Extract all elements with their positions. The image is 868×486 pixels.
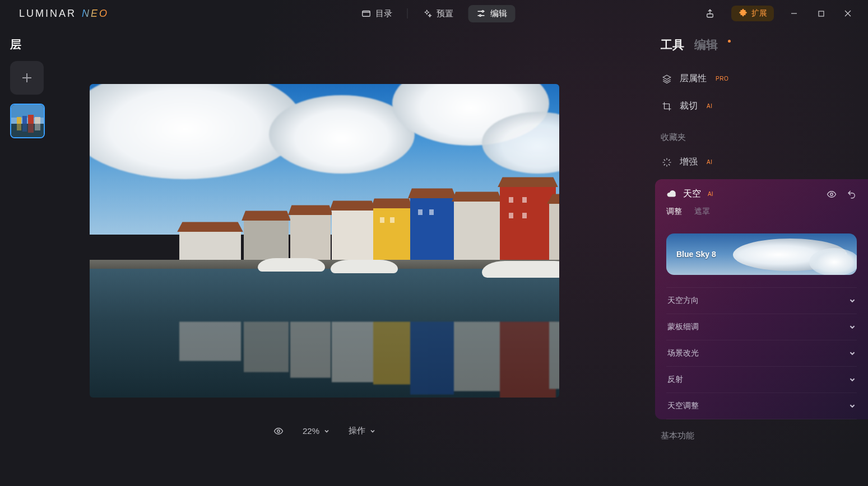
sky-acc-mask-label: 蒙板细调 <box>667 322 699 332</box>
maximize-icon <box>818 11 824 17</box>
eye-icon <box>273 426 284 436</box>
close-icon <box>844 10 851 17</box>
tool-sky-label: 天空 <box>683 188 701 200</box>
svg-rect-3 <box>707 14 713 17</box>
tool-layer-properties[interactable]: 层属性 PRO <box>661 65 857 92</box>
minimize-icon <box>791 10 797 17</box>
thumbnail-image <box>11 105 45 138</box>
sparkle-icon <box>662 157 672 167</box>
eye-icon[interactable] <box>827 189 837 199</box>
puzzle-icon <box>738 8 748 18</box>
svg-rect-13 <box>22 124 27 132</box>
chevron-down-icon <box>849 324 856 330</box>
tab-catalog[interactable]: 目录 <box>353 5 400 22</box>
sky-subtab-mask[interactable]: 遮罩 <box>694 207 710 217</box>
chevron-down-icon <box>849 297 856 304</box>
svg-rect-15 <box>35 124 40 130</box>
tab-presets-label: 预置 <box>437 8 453 19</box>
extensions-button[interactable]: 扩展 <box>731 6 774 21</box>
svg-rect-8 <box>22 116 27 124</box>
svg-rect-9 <box>28 115 34 124</box>
mode-switcher: 目录 预置 编辑 <box>353 5 515 22</box>
panel-tab-tools[interactable]: 工具 <box>661 37 684 53</box>
basic-section: 基本功能 <box>661 431 857 441</box>
ai-tag: AI <box>708 191 713 197</box>
plus-icon <box>20 71 34 85</box>
extensions-label: 扩展 <box>751 8 767 18</box>
ai-tag: AI <box>707 159 712 165</box>
separator <box>407 8 407 18</box>
ai-tag: AI <box>707 103 712 109</box>
tool-enhance[interactable]: 增强 AI <box>661 148 857 176</box>
zoom-dropdown[interactable]: 22% <box>303 426 329 436</box>
folder-icon <box>361 8 371 18</box>
chevron-down-icon <box>849 376 856 383</box>
sky-acc-scene-label: 场景改光 <box>667 348 699 358</box>
share-button[interactable] <box>698 4 722 23</box>
photo-preview <box>90 84 559 398</box>
tab-edit[interactable]: 编辑 <box>468 5 515 22</box>
tool-sky: 天空 AI 调整 遮罩 Blue Sky 8 天空方向 蒙板细调 场景改光 反射… <box>655 179 868 419</box>
tool-crop-label: 裁切 <box>680 100 698 112</box>
svg-point-17 <box>830 193 833 195</box>
svg-rect-14 <box>28 124 34 133</box>
svg-point-2 <box>479 15 481 16</box>
tool-crop[interactable]: 裁切 AI <box>661 92 857 120</box>
favorites-section: 收藏夹 <box>661 132 857 143</box>
layers-title: 层 <box>10 37 45 52</box>
close-button[interactable] <box>835 4 860 23</box>
sliders-icon <box>476 8 486 18</box>
zoom-value: 22% <box>303 426 319 436</box>
sky-acc-reflection[interactable]: 反射 <box>666 366 857 392</box>
sky-subtabs: 调整 遮罩 <box>666 207 857 225</box>
layers-icon <box>662 74 672 84</box>
compare-toggle[interactable] <box>273 426 284 436</box>
layer-thumbnail[interactable] <box>10 104 45 138</box>
logo-sub: NEO <box>82 8 109 20</box>
tab-presets[interactable]: 预置 <box>414 5 461 22</box>
svg-point-1 <box>482 11 484 12</box>
sky-acc-adjust[interactable]: 天空调整 <box>666 392 857 419</box>
sparkle-icon <box>422 8 432 18</box>
tool-enhance-label: 增强 <box>680 156 698 168</box>
tools-panel: 工具 编辑 层属性 PRO 裁切 AI 收藏夹 增强 AI 天空 AI 调整 遮… <box>655 30 868 486</box>
canvas[interactable] <box>90 84 559 398</box>
minimize-button[interactable] <box>782 4 806 23</box>
actions-dropdown[interactable]: 操作 <box>349 426 375 436</box>
chevron-down-icon <box>324 428 329 434</box>
chevron-down-icon <box>849 350 856 357</box>
svg-rect-4 <box>819 11 824 16</box>
tool-sky-header[interactable]: 天空 AI <box>666 179 857 207</box>
actions-label: 操作 <box>349 426 365 436</box>
crop-icon <box>662 101 672 111</box>
layers-panel: 层 <box>0 30 55 145</box>
sky-acc-reflection-label: 反射 <box>667 375 683 385</box>
chevron-down-icon <box>840 250 848 258</box>
sky-acc-adjust-label: 天空调整 <box>667 401 699 411</box>
svg-rect-12 <box>17 124 21 130</box>
pro-tag: PRO <box>716 76 728 82</box>
canvas-footer: 22% 操作 <box>90 426 559 436</box>
window-controls: 扩展 <box>698 4 860 23</box>
sky-acc-orientation-label: 天空方向 <box>667 296 699 306</box>
panel-tab-edit[interactable]: 编辑 <box>694 37 718 53</box>
notification-dot <box>728 40 731 43</box>
maximize-button[interactable] <box>809 4 833 23</box>
sky-acc-scene[interactable]: 场景改光 <box>666 340 857 366</box>
sky-acc-mask[interactable]: 蒙板细调 <box>666 314 857 340</box>
undo-icon[interactable] <box>847 189 857 199</box>
svg-rect-10 <box>35 117 40 124</box>
sky-subtab-adjust[interactable]: 调整 <box>666 207 682 217</box>
logo-brand: LUMINAR <box>19 8 76 20</box>
cloud-icon <box>666 189 676 199</box>
tab-catalog-label: 目录 <box>375 8 392 19</box>
tool-layer-properties-label: 层属性 <box>680 73 707 85</box>
svg-point-16 <box>277 429 280 432</box>
share-icon <box>705 8 715 18</box>
add-layer-button[interactable] <box>10 61 44 95</box>
svg-rect-0 <box>362 11 370 17</box>
chevron-down-icon <box>849 403 856 409</box>
sky-acc-orientation[interactable]: 天空方向 <box>666 287 857 314</box>
sky-preset-dropdown[interactable]: Blue Sky 8 <box>666 233 857 275</box>
sky-preset-label: Blue Sky 8 <box>676 250 716 259</box>
